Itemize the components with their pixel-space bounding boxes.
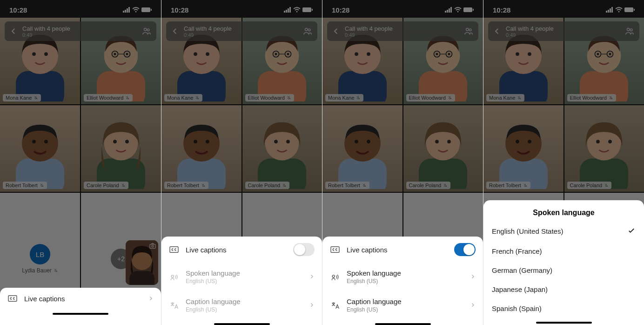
language-option[interactable]: English (United States) [483,221,644,242]
chevron-right-icon [309,301,315,309]
phone-screen-4: Mona Kane Elliot Woodward Robert Tolbert… [483,0,644,325]
live-captions-row[interactable]: Live captions [0,288,161,309]
spoken-language-row[interactable]: Spoken languageEnglish (US) [322,263,483,291]
phone-screen-2: Mona Kane Elliot Woodward Robert Tolbert… [161,0,322,325]
phone-screen-1: Mona Kane Elliot Woodward Robert Tolbert… [0,0,161,325]
caption-language-row[interactable]: Caption languageEnglish (US) [322,291,483,319]
language-option-label: Japanese (Japan) [492,285,548,293]
home-indicator [375,323,431,325]
live-captions-sheet-collapsed: Live captions [0,288,161,325]
chevron-right-icon [470,273,476,281]
live-captions-toggle-on[interactable] [454,243,476,256]
sheet-title: Spoken language [483,200,644,221]
cc-icon [330,245,340,254]
home-indicator [214,323,270,325]
live-captions-toggle-row[interactable]: Live captions [161,237,322,263]
phone-screen-3: Mona Kane Elliot Woodward Robert Tolbert… [322,0,483,325]
voice-icon [330,272,340,282]
cc-icon [169,245,179,254]
chevron-right-icon [148,295,154,303]
captions-settings-sheet: Live captions Spoken languageEnglish (US… [161,237,322,325]
home-indicator [536,322,592,324]
svg-rect-33 [8,296,17,302]
language-option-label: English (United States) [492,227,563,235]
language-option-label: German (Germany) [492,266,552,274]
caption-language-row: Caption languageEnglish (US) [161,291,322,319]
translate-icon [169,301,179,310]
svg-rect-62 [170,247,178,253]
cc-icon [7,294,18,303]
language-option[interactable]: German (Germany) [483,261,644,280]
svg-rect-92 [331,247,339,253]
dim-overlay[interactable] [0,0,161,325]
language-option[interactable]: Japanese (Japan) [483,280,644,299]
svg-point-63 [171,275,174,277]
translate-icon [330,301,340,310]
live-captions-toggle-off[interactable] [293,243,315,256]
chevron-right-icon [309,273,315,281]
spoken-language-picker-sheet: Spoken language English (United States)F… [483,200,644,325]
language-option-label: Spanish (Spain) [492,305,542,312]
live-captions-toggle-row[interactable]: Live captions [322,237,483,263]
chevron-right-icon [470,301,476,309]
svg-point-93 [332,275,335,277]
language-option[interactable]: Spanish (Spain) [483,299,644,318]
check-icon [627,226,636,236]
voice-icon [169,272,179,282]
home-indicator [53,313,108,315]
language-option-label: French (France) [492,247,542,255]
captions-settings-sheet: Live captions Spoken languageEnglish (US… [322,237,483,325]
language-option[interactable]: French (France) [483,242,644,261]
spoken-language-row: Spoken languageEnglish (US) [161,263,322,291]
